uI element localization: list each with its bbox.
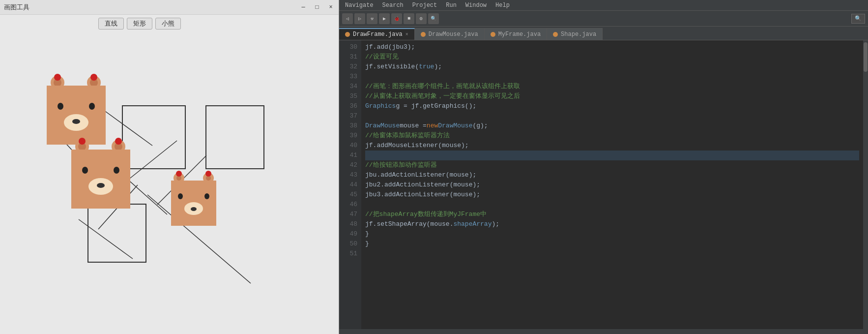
- menu-run[interactable]: Run: [442, 1, 461, 10]
- code-line-38: DrawMouse mouse = new DrawMouse(g);: [365, 121, 859, 131]
- settings-icon[interactable]: ⚙: [416, 13, 427, 24]
- tab-drawframe[interactable]: DrawFrame.java ×: [339, 28, 415, 40]
- code-line-35: //从窗体上获取画笔对象，一定要在窗体显示可见之后: [365, 91, 859, 101]
- code-line-50: }: [365, 239, 859, 249]
- line-numbers: 30 31 32 33 34 35 36 37 38 39 40 41 42 4…: [339, 40, 361, 329]
- code-line-37: [365, 111, 859, 121]
- close-button[interactable]: ×: [327, 3, 335, 11]
- code-line-43: jbu.addActionListener(mouse);: [365, 170, 859, 180]
- code-line-40: jf.addMouseListener(mouse);: [365, 141, 859, 151]
- search-box[interactable]: 🔍: [851, 14, 865, 24]
- horizontal-scrollbar[interactable]: [339, 329, 868, 334]
- tab-drawmouse[interactable]: DrawMouse.java: [415, 28, 485, 40]
- menu-navigate[interactable]: Navigate: [341, 1, 377, 10]
- bear-tool-button[interactable]: 小熊: [155, 18, 181, 30]
- code-line-33: [365, 72, 859, 82]
- rect-tool-button[interactable]: 矩形: [127, 18, 152, 30]
- back-icon[interactable]: ◁: [342, 13, 353, 24]
- code-line-47: //把shapeArray数组传递到MyJFrame中: [365, 210, 859, 219]
- forward-icon[interactable]: ▷: [354, 13, 365, 24]
- tab-drawmouse-label: DrawMouse.java: [429, 31, 478, 38]
- code-line-51: [365, 249, 859, 259]
- stop-icon[interactable]: ■: [404, 13, 414, 24]
- menu-search[interactable]: Search: [378, 1, 407, 10]
- ide-panel: Navigate Search Project Run Window Help …: [339, 0, 868, 334]
- tab-drawframe-label: DrawFrame.java: [353, 31, 403, 38]
- code-line-31: //设置可见: [365, 52, 859, 62]
- java-file-icon-3: [491, 32, 495, 37]
- debug-icon[interactable]: 🐞: [391, 13, 402, 24]
- drawing-toolbar: 直线 矩形 小熊: [0, 15, 339, 32]
- rectangle-1: [122, 105, 186, 169]
- title-bar: 画图工具 — □ ×: [0, 0, 339, 15]
- code-line-41: [365, 151, 859, 160]
- code-line-39: //给窗体添加鼠标监听器方法: [365, 131, 859, 141]
- menu-window[interactable]: Window: [462, 1, 491, 10]
- drawn-lines: [0, 32, 339, 334]
- tab-myframe[interactable]: MyFrame.java: [485, 28, 547, 40]
- minimize-button[interactable]: —: [299, 3, 307, 11]
- ide-toolbar: ◁ ▷ ⚒ ▶ 🐞 ■ ⚙ 🔍 🔍: [339, 11, 868, 27]
- window-title: 画图工具: [4, 3, 29, 12]
- code-line-34: //画笔：图形画在哪个组件上，画笔就从该组件上获取: [365, 82, 859, 91]
- build-icon[interactable]: ⚒: [367, 13, 377, 24]
- drawing-canvas[interactable]: [0, 32, 339, 334]
- java-file-icon-4: [553, 32, 558, 37]
- rectangle-2: [205, 105, 264, 169]
- rectangle-3: [87, 204, 146, 263]
- code-line-46: [365, 200, 859, 210]
- java-file-icon-2: [421, 32, 426, 37]
- drawing-tool-panel: 画图工具 — □ × 直线 矩形 小熊: [0, 0, 339, 334]
- code-line-49: }: [365, 229, 859, 239]
- editor-tab-bar: DrawFrame.java × DrawMouse.java MyFrame.…: [339, 27, 868, 40]
- code-editor[interactable]: jf.add(jbu3); //设置可见 jf.setVisible(true)…: [361, 40, 863, 329]
- window-controls: — □ ×: [299, 3, 335, 11]
- run-icon[interactable]: ▶: [379, 13, 390, 24]
- code-line-30: jf.add(jbu3);: [365, 42, 859, 52]
- menu-project[interactable]: Project: [408, 1, 441, 10]
- search-toolbar-icon[interactable]: 🔍: [428, 13, 439, 24]
- code-line-36: Graphics g = jf.getGraphics();: [365, 101, 859, 111]
- tab-shape[interactable]: Shape.java: [547, 28, 603, 40]
- code-line-48: jf.setShapeArray(mouse.shapeArray);: [365, 219, 859, 229]
- code-line-45: jbu3.addActionListener(mouse);: [365, 190, 859, 200]
- tab-shape-label: Shape.java: [561, 31, 596, 38]
- java-file-icon: [345, 32, 350, 37]
- menu-help[interactable]: Help: [492, 1, 514, 10]
- code-line-42: //给按钮添加动作监听器: [365, 160, 859, 170]
- vertical-scrollbar[interactable]: [863, 40, 868, 329]
- tab-myframe-label: MyFrame.java: [498, 31, 541, 38]
- scroll-thumb[interactable]: [864, 42, 868, 72]
- code-line-32: jf.setVisible(true);: [365, 62, 859, 72]
- code-line-44: jbu2.addActionListener(mouse);: [365, 180, 859, 190]
- tab-drawframe-close[interactable]: ×: [405, 32, 408, 37]
- editor-area: 30 31 32 33 34 35 36 37 38 39 40 41 42 4…: [339, 40, 868, 329]
- ide-menubar: Navigate Search Project Run Window Help: [339, 0, 868, 11]
- line-tool-button[interactable]: 直线: [98, 18, 124, 30]
- maximize-button[interactable]: □: [313, 3, 321, 11]
